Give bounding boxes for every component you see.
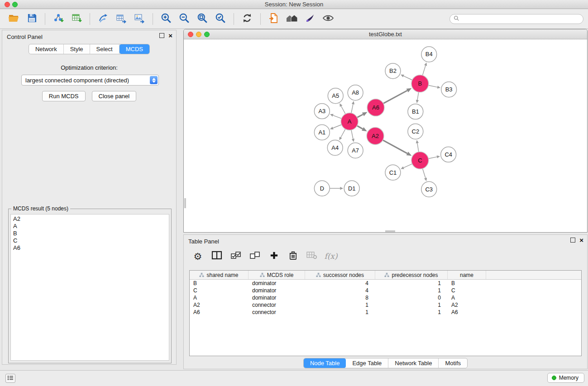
- graph-edge-C-C3[interactable]: [422, 168, 425, 178]
- table-row[interactable]: A2 connector 1 1 A2: [190, 301, 581, 309]
- toolbar-separator: [153, 13, 153, 25]
- deselect-all-button[interactable]: [247, 249, 263, 263]
- tab-network-table[interactable]: Network Table: [388, 358, 439, 368]
- export-table-button[interactable]: [112, 11, 130, 27]
- graph-edge-A-A8[interactable]: [351, 104, 353, 113]
- zoom-selected-button[interactable]: [211, 11, 229, 27]
- table-row[interactable]: A dominator 8 0 A: [190, 294, 581, 301]
- memory-button[interactable]: Memory: [547, 373, 584, 383]
- float-panel-icon[interactable]: [159, 33, 164, 38]
- network-graph[interactable]: B4B2BB3A5A8A6B1A3AC2A1A2A4A7C4CC1C3DD1: [184, 40, 587, 232]
- function-builder-button[interactable]: f(x): [323, 249, 339, 263]
- graph-edge-A-A6[interactable]: [357, 114, 363, 118]
- tab-style[interactable]: Style: [64, 44, 90, 54]
- network-zoom-button[interactable]: [204, 32, 210, 37]
- network-window-titlebar[interactable]: testGlobe.txt: [184, 29, 587, 39]
- zoom-out-button[interactable]: [175, 11, 193, 27]
- column-header-name[interactable]: name: [448, 271, 486, 279]
- export-image-button[interactable]: [130, 11, 148, 27]
- home-view-button[interactable]: [283, 11, 301, 27]
- attribute-icon: [199, 272, 204, 277]
- create-column-button[interactable]: [266, 249, 282, 263]
- attribute-icon: [384, 272, 389, 277]
- graph-edge-A-A5[interactable]: [341, 106, 345, 114]
- first-neighbors-button[interactable]: [265, 11, 283, 27]
- close-panel-button[interactable]: Close panel: [92, 91, 137, 101]
- close-window-button[interactable]: [5, 2, 10, 7]
- list-item[interactable]: C: [11, 237, 169, 244]
- table-settings-button[interactable]: ⚙: [190, 249, 206, 263]
- tab-select[interactable]: Select: [90, 44, 120, 54]
- tab-node-table[interactable]: Node Table: [304, 358, 346, 368]
- graph-edge-A2-C[interactable]: [383, 140, 407, 154]
- export-network-button[interactable]: [94, 11, 112, 27]
- delete-column-button[interactable]: [285, 249, 301, 263]
- import-table-button[interactable]: [67, 11, 86, 27]
- optimization-criterion-dropdown[interactable]: largest connected component (directed): [21, 75, 159, 86]
- graph-edge-A-A2[interactable]: [357, 126, 363, 129]
- graph-edge-B-B3[interactable]: [428, 86, 437, 87]
- graph-node-label: A5: [332, 92, 339, 99]
- graph-edge-A-A7[interactable]: [351, 130, 353, 139]
- zoom-in-button[interactable]: [157, 11, 175, 27]
- table-row[interactable]: A6 connector 1 1 A6: [190, 309, 581, 316]
- tab-network[interactable]: Network: [29, 44, 64, 54]
- zoom-window-button[interactable]: [12, 2, 18, 7]
- list-item[interactable]: A2: [11, 215, 169, 223]
- graph-edge-B-B2[interactable]: [403, 76, 412, 80]
- zoom-fit-button[interactable]: [193, 11, 211, 27]
- column-header-mcds-role[interactable]: MCDS role: [249, 271, 305, 279]
- show-columns-button[interactable]: [209, 249, 225, 263]
- tab-motifs[interactable]: Motifs: [439, 358, 467, 368]
- import-network-button[interactable]: [49, 11, 67, 27]
- column-header-successor-nodes[interactable]: successor nodes: [305, 271, 375, 279]
- graph-edge-A-A4[interactable]: [341, 129, 345, 138]
- open-session-button[interactable]: [5, 11, 23, 27]
- search-field[interactable]: [449, 14, 583, 24]
- mcds-result-list[interactable]: A2 A B C A6: [10, 214, 169, 361]
- table-row[interactable]: C dominator 4 1 C: [190, 287, 581, 294]
- network-canvas[interactable]: B4B2BB3A5A8A6B1A3AC2A1A2A4A7C4CC1C3DD1: [184, 40, 587, 232]
- column-header-shared-name[interactable]: shared name: [190, 271, 249, 279]
- graph-edge-arrow-icon: [340, 187, 343, 190]
- graph-edge-A6-B[interactable]: [383, 91, 407, 104]
- close-panel-icon[interactable]: ×: [168, 33, 172, 38]
- network-close-button[interactable]: [188, 32, 193, 37]
- share-network-icon: [98, 13, 109, 25]
- float-panel-icon[interactable]: [570, 238, 575, 243]
- graph-edge-C-C1[interactable]: [404, 164, 412, 168]
- list-item[interactable]: A6: [11, 244, 169, 252]
- graph-edge-A-A3[interactable]: [333, 115, 342, 119]
- graph-edge-A-A1[interactable]: [333, 125, 341, 129]
- memory-label: Memory: [559, 375, 578, 381]
- close-panel-icon[interactable]: ×: [579, 238, 583, 243]
- network-minimize-button[interactable]: [196, 32, 201, 37]
- graph-edge-C-C2[interactable]: [417, 143, 419, 152]
- show-hide-button[interactable]: [319, 11, 337, 27]
- tab-mcds[interactable]: MCDS: [120, 44, 149, 54]
- list-item[interactable]: A: [11, 223, 169, 230]
- tab-edge-table[interactable]: Edge Table: [346, 358, 388, 368]
- canvas-left-splitter[interactable]: [184, 198, 186, 208]
- delete-table-button[interactable]: [304, 249, 320, 263]
- task-history-button[interactable]: [5, 374, 15, 383]
- graph-edge-B-B1[interactable]: [417, 92, 419, 100]
- graph-node-label: C3: [425, 186, 433, 193]
- list-item[interactable]: B: [11, 230, 169, 237]
- refresh-button[interactable]: [238, 11, 256, 27]
- graph-edge-arrow-icon: [424, 62, 427, 66]
- column-header-predecessor-nodes[interactable]: predecessor nodes: [375, 271, 448, 279]
- mcds-result-box: MCDS result (5 nodes) A2 A B C A6: [8, 209, 172, 363]
- function-icon: f(x): [324, 252, 337, 261]
- select-all-button[interactable]: [228, 249, 244, 263]
- save-session-button[interactable]: [23, 11, 41, 27]
- graph-edge-C-C4[interactable]: [428, 157, 437, 159]
- graph-edge-B-B4[interactable]: [422, 66, 425, 76]
- toolbar-separator: [234, 13, 234, 25]
- table-row[interactable]: B dominator 4 1 B: [190, 280, 581, 287]
- zoom-selected-icon: [215, 12, 226, 26]
- search-input[interactable]: [462, 16, 579, 22]
- canvas-bottom-splitter[interactable]: [385, 230, 395, 232]
- style-apply-button[interactable]: [301, 11, 319, 27]
- run-mcds-button[interactable]: Run MCDS: [42, 91, 86, 101]
